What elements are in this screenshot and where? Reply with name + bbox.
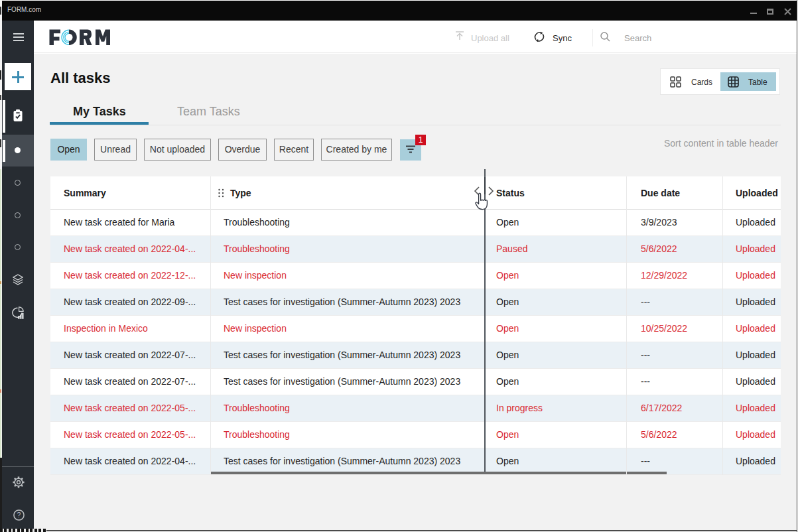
svg-text:?: ? (17, 511, 21, 519)
